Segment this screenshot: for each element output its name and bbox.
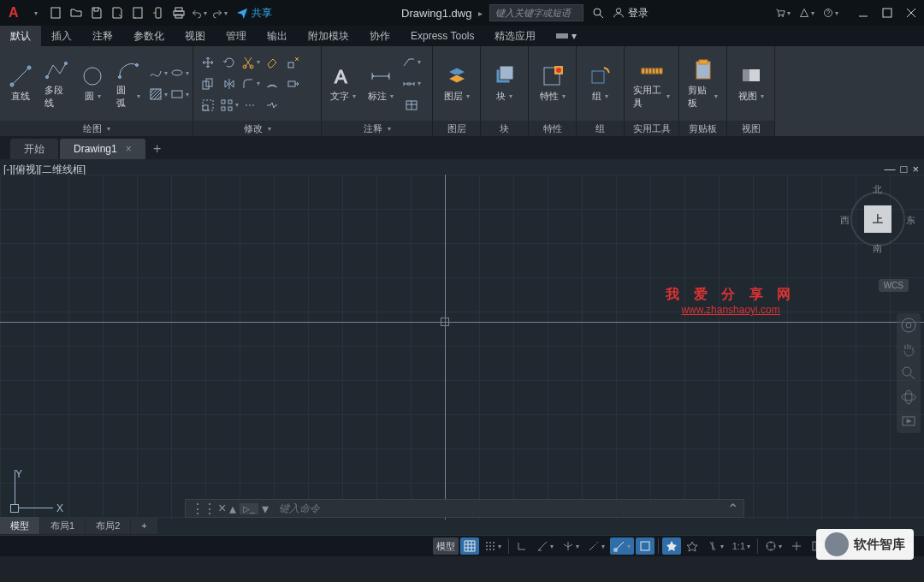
panel-layers-title[interactable]: 图层 bbox=[433, 121, 480, 136]
tab-start[interactable]: 开始 bbox=[10, 139, 58, 159]
panel-view-title[interactable]: 视图 bbox=[727, 121, 774, 136]
dimension-button[interactable]: 标注 bbox=[364, 62, 397, 104]
help-icon[interactable] bbox=[823, 5, 838, 21]
table-icon[interactable] bbox=[402, 96, 421, 115]
status-monitor-icon[interactable] bbox=[787, 537, 806, 555]
panel-clipboard-title[interactable]: 剪贴板 bbox=[679, 121, 726, 136]
web-icon[interactable] bbox=[130, 5, 145, 21]
add-layout-icon[interactable]: + bbox=[131, 517, 157, 534]
share-button[interactable]: 共享 bbox=[233, 6, 275, 21]
drawing-canvas[interactable]: [-][俯视][二维线框] — □ × 我 爱 分 享 网 www.zhansh… bbox=[0, 159, 924, 535]
app-menu-icon[interactable] bbox=[27, 5, 43, 21]
line-button[interactable]: 直线 bbox=[5, 62, 36, 104]
chevron-right-icon[interactable]: ▸ bbox=[478, 9, 483, 18]
properties-button[interactable]: 特性 bbox=[536, 62, 569, 104]
tab-output[interactable]: 输出 bbox=[257, 26, 298, 46]
erase-icon[interactable] bbox=[263, 53, 281, 72]
status-grid-icon[interactable] bbox=[460, 537, 479, 555]
saveas-icon[interactable] bbox=[110, 5, 125, 21]
hatch-icon[interactable] bbox=[149, 85, 168, 104]
cart-icon[interactable] bbox=[775, 5, 791, 21]
status-anno2-icon[interactable] bbox=[683, 537, 702, 555]
cmd-close-icon[interactable]: × bbox=[218, 501, 226, 516]
offset-icon[interactable] bbox=[263, 74, 281, 93]
status-lwt-icon[interactable] bbox=[636, 537, 654, 555]
mirror-icon[interactable] bbox=[220, 74, 239, 93]
search-icon[interactable] bbox=[590, 5, 606, 21]
break-icon[interactable] bbox=[263, 96, 281, 115]
status-scale[interactable]: 1:1 bbox=[729, 537, 754, 555]
cmd-expand-icon[interactable]: ⌃ bbox=[722, 501, 743, 517]
tab-insert[interactable]: 插入 bbox=[41, 26, 82, 46]
spline-icon[interactable] bbox=[149, 63, 168, 82]
command-line[interactable]: ⋮⋮ × ▴ ▷_▾ 键入命令 ⌃ bbox=[185, 499, 744, 518]
panel-utilities-title[interactable]: 实用工具 bbox=[625, 121, 678, 136]
zoom-icon[interactable] bbox=[900, 365, 917, 382]
cmd-drag-icon[interactable]: ⋮⋮ bbox=[191, 501, 215, 517]
status-workspace-icon[interactable] bbox=[761, 537, 785, 555]
login-button[interactable]: 登录 bbox=[613, 6, 649, 21]
close-tab-icon[interactable]: × bbox=[126, 143, 132, 155]
utilities-button[interactable]: 实用工具 bbox=[630, 56, 673, 111]
block-button[interactable]: 块 bbox=[489, 62, 520, 104]
viewcube[interactable]: 上 北 南 东 西 bbox=[844, 185, 912, 253]
orbit-icon[interactable] bbox=[900, 389, 917, 406]
panel-block-title[interactable]: 块 bbox=[481, 121, 528, 136]
rotate-icon[interactable] bbox=[220, 53, 239, 72]
tab-annotate[interactable]: 注释 bbox=[82, 26, 123, 46]
layout-model[interactable]: 模型 bbox=[0, 517, 39, 534]
status-isodraft-icon[interactable] bbox=[559, 537, 583, 555]
tab-express[interactable]: Express Tools bbox=[400, 26, 484, 46]
open-icon[interactable] bbox=[68, 5, 84, 21]
pan-icon[interactable] bbox=[900, 341, 917, 358]
rectangle-icon[interactable] bbox=[170, 85, 189, 104]
status-model[interactable]: 模型 bbox=[433, 537, 459, 555]
array-icon[interactable] bbox=[220, 96, 239, 115]
fullnav-icon[interactable] bbox=[900, 317, 917, 334]
print-icon[interactable] bbox=[171, 5, 187, 21]
tab-featured[interactable]: 精选应用 bbox=[484, 26, 546, 46]
layers-button[interactable]: 图层 bbox=[441, 62, 473, 104]
clipboard-button[interactable]: 剪贴板 bbox=[684, 56, 721, 111]
new-icon[interactable] bbox=[48, 5, 63, 21]
panel-modify-title[interactable]: 修改 bbox=[193, 121, 321, 136]
minimize-icon[interactable] bbox=[856, 5, 871, 21]
status-otrack-icon[interactable] bbox=[584, 537, 608, 555]
lengthen-icon[interactable] bbox=[241, 96, 260, 115]
stretch-icon[interactable] bbox=[284, 74, 303, 93]
tab-view[interactable]: 视图 bbox=[175, 26, 216, 46]
polyline-button[interactable]: 多段线 bbox=[41, 56, 72, 111]
panel-properties-title[interactable]: 特性 bbox=[529, 121, 576, 136]
vp-minimize-icon[interactable]: — bbox=[885, 163, 896, 175]
maximize-icon[interactable] bbox=[880, 5, 895, 21]
status-anno3-icon[interactable] bbox=[703, 537, 727, 555]
status-anno-icon[interactable] bbox=[662, 537, 681, 555]
copy-icon[interactable] bbox=[198, 74, 217, 93]
panel-draw-title[interactable]: 绘图 bbox=[0, 121, 192, 136]
tab-manage[interactable]: 管理 bbox=[216, 26, 257, 46]
status-ortho-icon[interactable] bbox=[512, 537, 531, 555]
fillet-icon[interactable] bbox=[241, 74, 260, 93]
arc-button[interactable]: 圆弧 bbox=[113, 56, 144, 111]
status-osnap-icon[interactable] bbox=[610, 537, 634, 555]
showmotion-icon[interactable] bbox=[900, 413, 917, 430]
close-icon[interactable] bbox=[903, 5, 919, 21]
panel-annotate-title[interactable]: 注释 bbox=[322, 121, 432, 136]
text-button[interactable]: A 文字 bbox=[327, 62, 359, 104]
tab-parametric[interactable]: 参数化 bbox=[123, 26, 175, 46]
leader-icon[interactable] bbox=[402, 53, 421, 72]
add-tab-icon[interactable]: + bbox=[147, 139, 168, 159]
undo-icon[interactable] bbox=[192, 5, 207, 21]
autodesk-icon[interactable] bbox=[799, 5, 814, 21]
move-icon[interactable] bbox=[198, 53, 217, 72]
ellipse-icon[interactable] bbox=[170, 63, 189, 82]
status-snap-icon[interactable] bbox=[481, 537, 505, 555]
search-input[interactable]: 键入关键字或短语 bbox=[489, 4, 583, 21]
mobile-icon[interactable] bbox=[151, 5, 166, 21]
tab-collab[interactable]: 协作 bbox=[359, 26, 400, 46]
dimcont-icon[interactable] bbox=[402, 74, 421, 93]
trim-icon[interactable] bbox=[241, 53, 260, 72]
vp-close-icon[interactable]: × bbox=[912, 163, 919, 175]
status-polar-icon[interactable] bbox=[533, 537, 557, 555]
redo-icon[interactable] bbox=[212, 5, 228, 21]
